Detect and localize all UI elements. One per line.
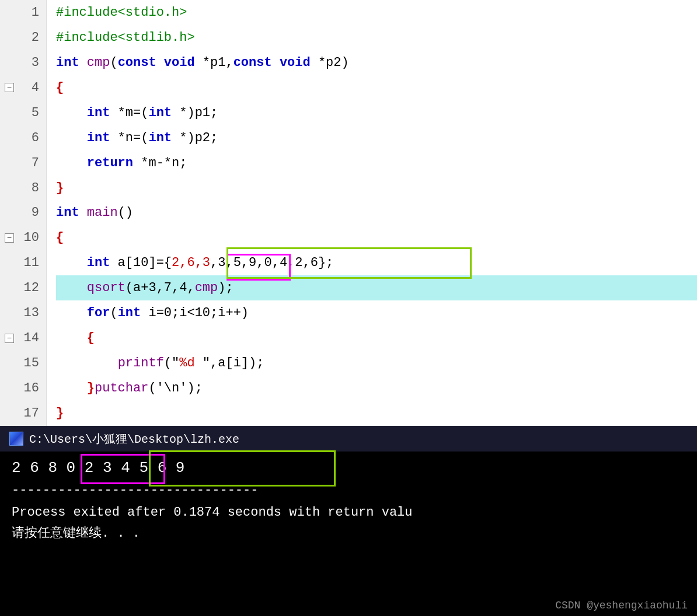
terminal-output: 2 6 8 0 2 3 4 5 6 9 (12, 457, 685, 478)
line-num-6: 6 (0, 125, 46, 150)
line-num-9: 9 (0, 201, 46, 226)
code-line-15: printf ("%d ",a[i]); (56, 351, 697, 376)
code-line-14: { (56, 326, 697, 351)
collapse-btn-10[interactable]: − (5, 233, 14, 243)
terminal-icon (9, 432, 23, 446)
line-num-13: 13 (0, 300, 46, 326)
code-line-9: int main () (56, 201, 697, 226)
line-num-14: − 14 (0, 326, 46, 351)
line-num-7: 7 (0, 150, 46, 176)
code-line-13: for ( int i=0;i<10;i++) (56, 300, 697, 326)
fn-qsort: qsort (87, 281, 126, 295)
keyword-int-3: int (56, 55, 79, 70)
terminal-content: 2 6 8 0 2 3 4 5 6 9 --------------------… (0, 452, 697, 550)
line-num-17: 17 (0, 401, 46, 426)
code-line-6: int *n=( int *)p2; (56, 125, 697, 150)
terminal-process-line2: 请按任意键继续. . . (12, 523, 685, 544)
line-num-8: 8 (0, 176, 46, 201)
include-stdlib: #include<stdlib.h> (56, 30, 195, 45)
line-num-12: 12 (0, 275, 46, 300)
code-line-17: } (56, 401, 697, 426)
terminal-title: C:\Users\小狐狸\Desktop\lzh.exe (29, 431, 239, 447)
fn-cmp: cmp (87, 55, 110, 70)
code-line-3: int cmp ( const void *p1, const void *p2… (56, 50, 697, 75)
line-num-1: 1 (0, 0, 46, 25)
terminal-title-bar: C:\Users\小狐狸\Desktop\lzh.exe (0, 426, 697, 452)
watermark: CSDN @yeshengxiaohuli (555, 600, 688, 611)
code-editor: 1 2 3 − 4 5 6 7 8 (0, 0, 697, 426)
fn-main: main (87, 205, 118, 220)
code-line-1: #include<stdio.h> (56, 0, 697, 25)
code-line-16: } putchar ('\n'); (56, 376, 697, 401)
code-content: #include<stdio.h> #include<stdlib.h> int… (47, 0, 697, 426)
line-num-4: − 4 (0, 75, 46, 100)
line-num-15: 15 (0, 351, 46, 376)
code-line-8: } (56, 176, 697, 201)
code-line-7: return *m-*n; (56, 150, 697, 176)
terminal-process-line1: Process exited after 0.1874 seconds with… (12, 502, 685, 523)
collapse-btn-4[interactable]: − (5, 83, 14, 92)
line-num-5: 5 (0, 100, 46, 125)
collapse-btn-14[interactable]: − (5, 334, 14, 343)
line-num-11: 11 (0, 250, 46, 275)
code-line-10: { (56, 225, 697, 250)
code-line-5: int *m=( int *)p1; (56, 100, 697, 125)
include-stdio: #include<stdio.h> (56, 5, 187, 20)
line-num-3: 3 (0, 50, 46, 75)
line-num-2: 2 (0, 25, 46, 50)
code-line-4: { (56, 75, 697, 100)
code-line-2: #include<stdlib.h> (56, 25, 697, 50)
line-numbers-gutter: 1 2 3 − 4 5 6 7 8 (0, 0, 47, 426)
terminal-window: C:\Users\小狐狸\Desktop\lzh.exe 2 6 8 0 2 3… (0, 426, 697, 616)
line-num-16: 16 (0, 376, 46, 401)
code-line-12: qsort (a+3,7,4, cmp ); (56, 275, 697, 300)
terminal-separator: -------------------------------- (12, 483, 685, 498)
line-num-10: − 10 (0, 225, 46, 250)
code-line-11: int a[10]={2,6,3,3,5,9,0,4,2,6}; (56, 250, 697, 275)
